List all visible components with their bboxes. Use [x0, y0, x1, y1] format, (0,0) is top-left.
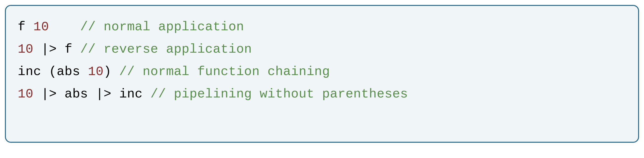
code-token: 10 — [18, 42, 33, 56]
code-comment: // normal function chaining — [119, 64, 330, 79]
code-token: 10 — [33, 20, 49, 34]
code-line: inc (abs 10) // normal function chaining — [18, 64, 330, 79]
code-comment: // normal application — [80, 20, 244, 34]
code-token: f — [18, 20, 33, 34]
code-token: inc (abs — [18, 64, 88, 79]
code-line: f 10 // normal application — [18, 20, 244, 34]
code-token: |> abs |> inc — [33, 87, 150, 102]
code-token: ) — [104, 64, 119, 79]
code-block: f 10 // normal application 10 |> f // re… — [5, 5, 639, 143]
code-token: 10 — [18, 87, 33, 102]
code-comment: // reverse application — [80, 42, 252, 56]
code-token: |> f — [33, 42, 80, 56]
code-token — [49, 20, 80, 34]
code-line: 10 |> abs |> inc // pipelining without p… — [18, 87, 408, 102]
code-line: 10 |> f // reverse application — [18, 42, 252, 56]
code-token: 10 — [88, 64, 104, 79]
code-comment: // pipelining without parentheses — [150, 87, 408, 102]
